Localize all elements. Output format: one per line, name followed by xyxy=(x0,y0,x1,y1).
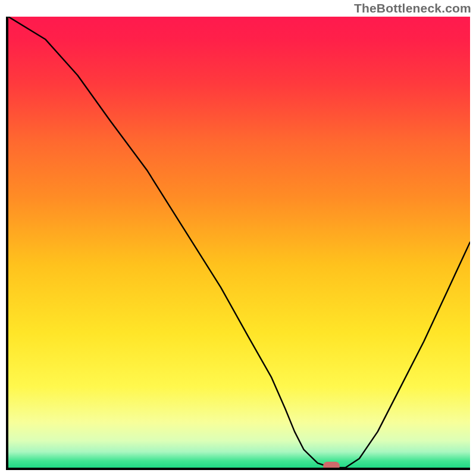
chart-container: TheBottleneck.com xyxy=(0,0,476,476)
chart-background-gradient xyxy=(8,17,470,468)
plot-inner xyxy=(8,17,470,468)
optimal-point-marker xyxy=(323,462,340,468)
watermark-text: TheBottleneck.com xyxy=(354,1,471,15)
chart-svg xyxy=(8,17,470,468)
plot-area xyxy=(6,17,470,470)
